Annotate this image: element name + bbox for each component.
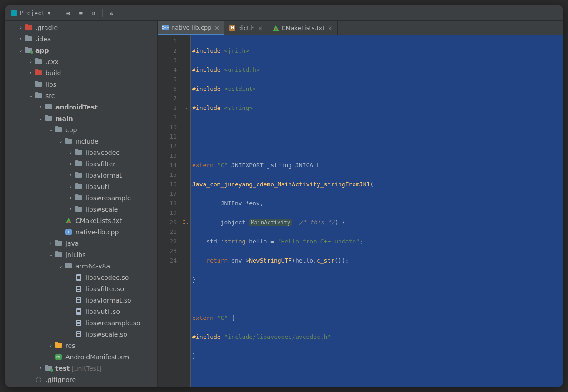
chevron-right-icon[interactable]: › (67, 150, 75, 155)
code-editor[interactable]: #include <jni.h> #include <unistd.h> #in… (191, 35, 563, 387)
tree-item[interactable]: ›libswscale (5, 203, 157, 215)
collapse-icon[interactable]: ⇵ (89, 8, 99, 18)
gutter-icons: I↘I↘ (180, 35, 190, 387)
project-dropdown[interactable]: Project ▼ (8, 9, 53, 17)
tree-item[interactable]: ›.cxx (5, 56, 157, 67)
tree-item[interactable]: ›libavformat (5, 169, 157, 181)
chevron-right-icon[interactable]: › (37, 366, 45, 371)
chevron-right-icon[interactable]: › (17, 25, 25, 30)
tree-item[interactable]: libavcodec.so (5, 272, 157, 283)
line-number: 22 (158, 237, 177, 246)
chevron-right-icon[interactable]: › (67, 207, 75, 212)
close-icon[interactable]: × (327, 25, 333, 32)
tree-item[interactable]: ›libavcodec (5, 147, 157, 158)
tree-item[interactable]: libavformat.so (5, 294, 157, 306)
tree-item[interactable]: ⌄main (5, 113, 157, 124)
toolbar: Project ▼ ⊕ ≡ ⇵ ✲ — (5, 5, 563, 21)
tree-item[interactable]: libs (5, 79, 157, 90)
gear-icon[interactable]: ✲ (106, 8, 116, 18)
tree-item[interactable]: libswscale.so (5, 328, 157, 340)
gutter-spacer (180, 160, 190, 170)
tree-item[interactable]: ›.idea (5, 33, 157, 45)
tree-item[interactable]: ›androidTest (5, 101, 157, 113)
gutter-spacer (180, 208, 190, 218)
close-icon[interactable]: × (214, 24, 220, 31)
hide-icon[interactable]: — (119, 8, 129, 18)
chevron-right-icon[interactable]: › (67, 184, 75, 189)
tree-item-label: test (55, 365, 70, 372)
tree-item[interactable]: ›.gradle (5, 22, 157, 33)
tree-item[interactable]: C++native-lib.cpp (5, 226, 157, 238)
editor-tab[interactable]: CMakeLists.txt× (268, 21, 338, 35)
tree-item[interactable]: ⌄app (5, 45, 157, 56)
tree-item[interactable]: ›test [unitTest] (5, 362, 157, 374)
tree-item[interactable]: .gitignore (5, 374, 157, 385)
line-number: 8 (158, 103, 177, 113)
line-number: 12 (158, 141, 177, 151)
project-tree[interactable]: ›.gradle›.idea⌄app›.cxx›buildlibs⌄src›an… (5, 21, 158, 387)
gutter-spacer (180, 246, 190, 256)
chevron-right-icon[interactable]: › (17, 36, 25, 41)
line-number: 11 (158, 132, 177, 141)
gutter-spacer (180, 55, 190, 65)
chevron-down-icon[interactable]: ⌄ (57, 263, 65, 268)
tree-item[interactable]: CMakeLists.txt (5, 215, 157, 226)
chevron-right-icon[interactable]: › (67, 173, 75, 178)
chevron-right-icon[interactable]: › (67, 161, 75, 166)
folder-icon (65, 263, 73, 269)
tree-item-label: libavutil.so (85, 308, 120, 315)
close-icon[interactable]: × (258, 25, 263, 32)
tree-item-label: libs (45, 81, 56, 88)
gutter-spacer (180, 46, 190, 55)
tree-item[interactable]: ›libswresample (5, 192, 157, 203)
folder-icon (55, 240, 63, 247)
gutter-spacer (180, 198, 190, 208)
folder-icon (35, 70, 43, 76)
chevron-down-icon[interactable]: ⌄ (37, 116, 45, 121)
gutter-spacer (180, 36, 190, 46)
folder-icon (55, 342, 63, 349)
chevron-right-icon[interactable]: › (47, 343, 55, 348)
tree-item[interactable]: ›libavutil (5, 181, 157, 192)
tree-item[interactable]: ⌄jniLibs (5, 249, 157, 260)
chevron-down-icon[interactable]: ⌄ (27, 93, 35, 98)
tree-item-suffix: [unitTest] (71, 365, 101, 372)
implements-icon[interactable]: I↘ (180, 218, 190, 227)
chevron-down-icon[interactable]: ⌄ (47, 252, 55, 257)
chevron-right-icon[interactable]: › (27, 70, 35, 75)
chevron-down-icon[interactable]: ⌄ (17, 48, 25, 53)
tree-item[interactable]: ›res (5, 340, 157, 351)
line-number: 10 (158, 122, 177, 132)
chevron-right-icon[interactable]: › (37, 104, 45, 109)
tree-item[interactable]: ⌄src (5, 90, 157, 101)
tree-item-label: libswscale.so (85, 331, 127, 338)
xml-icon: MF (55, 354, 63, 360)
tab-label: dict.h (238, 25, 254, 31)
tree-item[interactable]: ›build (5, 67, 157, 79)
tree-item-label: src (45, 92, 55, 99)
tree-item-label: native-lib.cpp (75, 228, 119, 236)
tree-item[interactable]: ›libavfilter (5, 158, 157, 169)
locate-icon[interactable]: ⊕ (63, 8, 73, 18)
chevron-right-icon[interactable]: › (67, 195, 75, 200)
file-icon (75, 320, 83, 326)
editor-tab[interactable]: Hdict.h× (224, 21, 268, 35)
tree-item[interactable]: libavfilter.so (5, 283, 157, 294)
tree-item[interactable]: ⌄cpp (5, 124, 157, 135)
tree-item[interactable]: MFAndroidManifest.xml (5, 351, 157, 362)
chevron-down-icon[interactable]: ⌄ (47, 127, 55, 132)
expand-icon[interactable]: ≡ (76, 8, 86, 18)
tree-item[interactable]: libswresample.so (5, 317, 157, 328)
chevron-right-icon[interactable]: › (47, 241, 55, 246)
tree-item[interactable]: ›java (5, 238, 157, 249)
chevron-right-icon[interactable]: › (27, 59, 35, 64)
tree-item[interactable]: libavutil.so (5, 306, 157, 317)
line-number: 19 (158, 208, 177, 218)
implements-icon[interactable]: I↘ (180, 103, 190, 113)
line-number: 16 (158, 179, 177, 189)
tree-item[interactable]: ⌄include (5, 135, 157, 147)
editor-tab[interactable]: C++native-lib.cpp× (158, 21, 224, 35)
chevron-down-icon[interactable]: ⌄ (57, 139, 65, 144)
gutter-spacer (180, 189, 190, 198)
tree-item[interactable]: ⌄arm64-v8a (5, 260, 157, 272)
